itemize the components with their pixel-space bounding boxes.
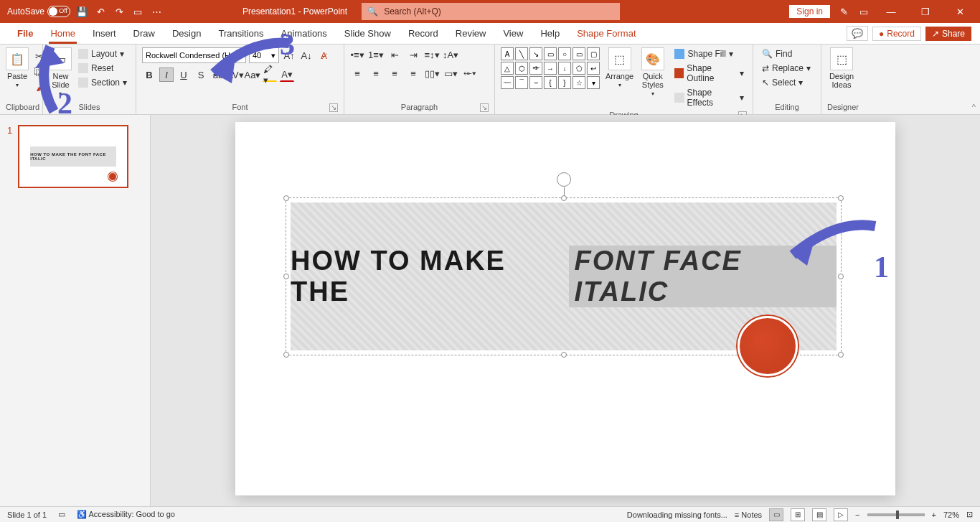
section-button[interactable]: Section ▾ xyxy=(75,76,130,89)
fit-to-window-icon[interactable]: ⊡ xyxy=(966,510,973,519)
bullets-button[interactable]: •≡▾ xyxy=(350,47,364,62)
close-icon[interactable]: ✕ xyxy=(946,0,974,23)
zoom-in-icon[interactable]: + xyxy=(932,511,936,519)
zoom-level[interactable]: 72% xyxy=(943,511,959,519)
tab-draw[interactable]: Draw xyxy=(125,24,164,43)
char-spacing-button[interactable]: AV▾ xyxy=(228,67,242,82)
tab-help[interactable]: Help xyxy=(532,24,568,43)
slide-counter[interactable]: Slide 1 of 1 xyxy=(7,511,47,519)
ribbon-display-icon[interactable]: ▭ xyxy=(857,4,871,19)
align-center-icon[interactable]: ≡ xyxy=(369,66,383,80)
coming-soon-icon[interactable]: ✎ xyxy=(837,4,851,19)
resize-handle[interactable] xyxy=(283,352,289,358)
align-text-button[interactable]: ▭▾ xyxy=(443,66,458,80)
tab-shape-format[interactable]: Shape Format xyxy=(568,24,644,43)
reset-button[interactable]: Reset xyxy=(75,62,130,75)
tab-file[interactable]: File xyxy=(9,24,42,43)
shapes-gallery[interactable]: A╲↘▭○▭▢ △⬡⬲→↓⬠↩ 〰⌒⌣{}☆▾ xyxy=(501,47,600,89)
select-button[interactable]: ↖Select ▾ xyxy=(759,76,806,89)
layout-button[interactable]: Layout ▾ xyxy=(75,47,130,60)
resize-handle[interactable] xyxy=(838,274,844,279)
tab-design[interactable]: Design xyxy=(164,24,209,43)
minimize-icon[interactable]: — xyxy=(877,0,905,23)
slideshow-view-icon[interactable]: ▷ xyxy=(834,508,848,521)
resize-handle[interactable] xyxy=(838,195,844,201)
resize-handle[interactable] xyxy=(561,195,567,201)
tab-animations[interactable]: Animations xyxy=(273,24,336,43)
selected-textbox[interactable]: HOW TO MAKE THE FONT FACE ITALIC xyxy=(286,197,842,355)
tab-record[interactable]: Record xyxy=(400,24,447,43)
notes-button[interactable]: ≡ Notes xyxy=(735,511,762,519)
comments-button[interactable]: 💬 xyxy=(847,26,868,41)
shape-effects-button[interactable]: Shape Effects ▾ xyxy=(672,86,747,109)
font-name-select[interactable]: Rockwell Condensed (He▾ xyxy=(142,47,246,63)
normal-view-icon[interactable]: ▭ xyxy=(769,508,783,521)
tab-insert[interactable]: Insert xyxy=(84,24,125,43)
clear-formatting-icon[interactable]: A̷ xyxy=(316,48,331,62)
tab-home[interactable]: Home xyxy=(42,24,84,43)
resize-handle[interactable] xyxy=(283,274,289,279)
reading-view-icon[interactable]: ▤ xyxy=(812,508,826,521)
replace-button[interactable]: ⇄Replace ▾ xyxy=(759,62,814,75)
font-size-select[interactable]: 40▾ xyxy=(249,47,279,63)
autosave-toggle[interactable]: AutoSave Off xyxy=(7,6,70,17)
text-direction-button[interactable]: ↕A▾ xyxy=(443,47,458,62)
qat-dropdown-icon[interactable]: ⋯ xyxy=(149,4,164,19)
paste-button[interactable]: 📋 Paste ▾ xyxy=(6,47,29,88)
record-button[interactable]: ● Record xyxy=(872,27,921,41)
decrease-indent-icon[interactable]: ⇤ xyxy=(387,47,402,62)
design-ideas-button[interactable]: ⬚Design Ideas xyxy=(827,47,856,89)
restore-icon[interactable]: ❐ xyxy=(911,0,940,23)
shadow-button[interactable]: S xyxy=(194,67,208,82)
resize-handle[interactable] xyxy=(561,352,567,358)
tab-transitions[interactable]: Transitions xyxy=(209,24,272,43)
find-button[interactable]: 🔍Find xyxy=(759,47,795,60)
search-box[interactable]: 🔍 Search (Alt+Q) xyxy=(362,3,620,20)
sorter-view-icon[interactable]: ⊞ xyxy=(791,508,805,521)
zoom-slider[interactable] xyxy=(867,513,925,516)
resize-handle[interactable] xyxy=(283,195,289,201)
columns-button[interactable]: ▯▯▾ xyxy=(425,66,439,80)
strikethrough-button[interactable]: ab xyxy=(211,67,225,82)
new-slide-button[interactable]: ▭ New Slide ▾ xyxy=(49,47,72,97)
signin-button[interactable]: Sign in xyxy=(788,4,831,19)
resize-handle[interactable] xyxy=(838,352,844,358)
align-left-icon[interactable]: ≡ xyxy=(350,66,364,80)
highlight-button[interactable]: 🖍▾ xyxy=(263,67,277,82)
align-right-icon[interactable]: ≡ xyxy=(387,66,402,80)
undo-icon[interactable]: ↶ xyxy=(93,4,108,19)
numbering-button[interactable]: 1≡▾ xyxy=(369,47,383,62)
change-case-button[interactable]: Aa▾ xyxy=(245,67,260,82)
shape-outline-button[interactable]: Shape Outline ▾ xyxy=(672,62,747,85)
smartart-button[interactable]: ⬰▾ xyxy=(462,66,476,80)
share-button[interactable]: ↗ Share xyxy=(925,27,971,41)
underline-button[interactable]: U xyxy=(176,67,191,82)
redo-icon[interactable]: ↷ xyxy=(112,4,126,19)
tab-slideshow[interactable]: Slide Show xyxy=(336,24,400,43)
present-from-start-icon[interactable]: ▭ xyxy=(131,4,145,19)
collapse-ribbon-icon[interactable]: ^ xyxy=(972,103,976,111)
save-icon[interactable]: 💾 xyxy=(75,4,89,19)
line-spacing-button[interactable]: ≡↕▾ xyxy=(425,47,439,62)
slide-canvas-area[interactable]: HOW TO MAKE THE FONT FACE ITALIC xyxy=(151,115,980,506)
rotation-handle[interactable] xyxy=(557,172,571,187)
accessibility-status[interactable]: ♿ Accessibility: Good to go xyxy=(77,510,175,519)
zoom-out-icon[interactable]: − xyxy=(855,511,859,519)
italic-button[interactable]: I xyxy=(159,67,174,82)
slide-thumbnail-1[interactable]: HOW TO MAKE THE FONT FACE ITALIC xyxy=(18,125,128,188)
increase-font-icon[interactable]: A↑ xyxy=(282,48,296,62)
arrange-button[interactable]: ⬚Arrange▾ xyxy=(606,47,633,88)
spellcheck-icon[interactable]: ▭ xyxy=(58,510,65,519)
font-launcher-icon[interactable]: ↘ xyxy=(329,103,338,112)
paragraph-launcher-icon[interactable]: ↘ xyxy=(480,103,489,112)
increase-indent-icon[interactable]: ⇥ xyxy=(406,47,420,62)
font-color-button[interactable]: A▾ xyxy=(280,67,294,82)
quick-styles-button[interactable]: 🎨Quick Styles▾ xyxy=(639,47,666,97)
tab-view[interactable]: View xyxy=(494,24,532,43)
slide-title-text[interactable]: HOW TO MAKE THE FONT FACE ITALIC xyxy=(291,246,837,307)
decrease-font-icon[interactable]: A↓ xyxy=(299,48,314,62)
justify-icon[interactable]: ≡ xyxy=(406,66,420,80)
shape-fill-button[interactable]: Shape Fill ▾ xyxy=(672,47,747,60)
tab-review[interactable]: Review xyxy=(447,24,495,43)
bold-button[interactable]: B xyxy=(142,67,156,82)
